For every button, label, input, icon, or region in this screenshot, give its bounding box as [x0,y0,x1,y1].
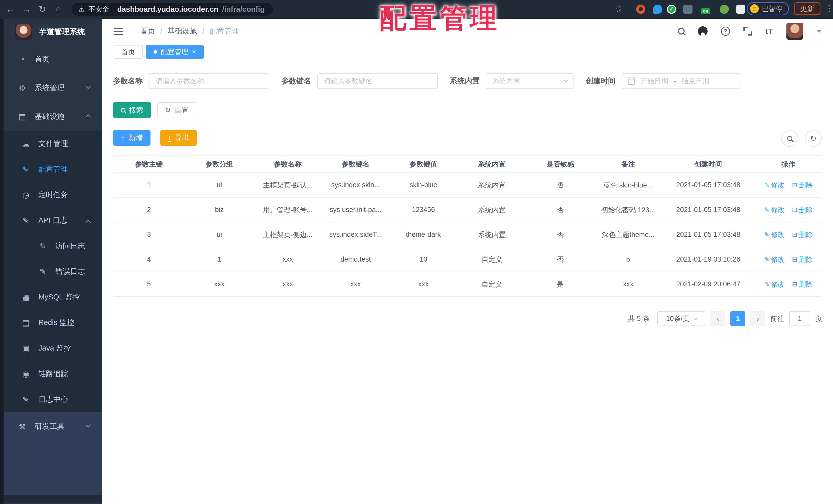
help-icon[interactable]: ? [721,27,730,36]
on-badge: on [701,8,710,14]
builtin-select[interactable]: 系统内置 [486,73,573,89]
col-header: 创建时间 [662,156,755,173]
refresh-table-button[interactable]: ↻ [805,130,822,147]
goto-page-input[interactable] [789,311,810,326]
table-cell: ui [185,173,254,197]
param-name-input[interactable] [149,73,269,89]
delete-link[interactable]: ⊟删除 [792,280,813,289]
sidebar-item-log-center[interactable]: ✎ 日志中心 [0,387,102,412]
sidebar-item-mysql[interactable]: ▦ MySQL 监控 [0,284,102,310]
sidebar-item-files[interactable]: ☁ 文件管理 [0,131,102,156]
sidebar-item-java[interactable]: ▣ Java 监控 [0,335,102,361]
table-cell-actions: ✎修改⊟删除 [755,247,822,272]
browser-back-icon[interactable]: ← [6,3,15,15]
extension-sprout-icon[interactable] [720,5,729,14]
sidebar-item-access-log[interactable]: ✎ 访问日志 [0,233,102,259]
browser-forward-icon[interactable]: → [22,3,31,15]
search-icon[interactable] [678,28,685,34]
next-page-button[interactable]: › [750,311,765,326]
app-logo-row[interactable]: 芋道管理系统 [0,19,102,45]
table-cell: 自定义 [457,247,526,272]
browser-reload-icon[interactable]: ↻ [39,3,46,15]
address-bar[interactable]: ⚠ 不安全 dashboard.yudao.iocoder.cn /infra/… [72,3,273,16]
table-cell: 2021-02-09 20:06:47 [662,272,755,297]
browser-update-button[interactable]: 更新 [794,2,820,15]
filter-key-label: 参数键名 [282,76,311,86]
param-key-input[interactable] [317,73,437,89]
eye-icon: ◉ [21,369,31,379]
export-button[interactable]: ↓ 导出 [160,130,197,146]
browser-menu-icon[interactable]: ⋮ [825,3,833,14]
tab-home[interactable]: 首页 [114,45,143,59]
sidebar-item-config[interactable]: ✎ 配置管理 [0,156,102,182]
sidebar-item-system[interactable]: ⚙ 系统管理 [0,74,102,102]
edit-link[interactable]: ✎修改 [764,280,785,289]
sidebar-item-devtools[interactable]: ⚒ 研发工具 [0,412,102,441]
col-header: 操作 [755,156,822,173]
security-label[interactable]: 不安全 [88,5,109,14]
breadcrumb-section[interactable]: 基础设施 [167,26,197,36]
table-row: 41xxxdemo.test10自定义否52021-01-19 03:10:26… [113,247,822,272]
extension-on-badge-icon[interactable]: on [701,4,712,14]
sidebar-item-infra[interactable]: ▤ 基础设施 [0,102,102,131]
sidebar-item-home[interactable]: ◔ 首页 [0,45,102,74]
paused-chip[interactable]: ☺ 已暂停 [747,2,789,15]
close-icon[interactable]: × [192,48,196,55]
browser-home-icon[interactable]: ⌂ [55,3,61,15]
hamburger-icon[interactable] [114,28,123,35]
delete-link[interactable]: ⊟删除 [792,255,813,264]
font-size-icon[interactable]: tT [765,27,773,35]
breadcrumb-home[interactable]: 首页 [140,26,155,36]
sidebar-item-redis[interactable]: ▤ Redis 监控 [0,310,102,335]
sidebar-item-trace[interactable]: ◉ 链路追踪 [0,361,102,387]
extension-icon[interactable] [636,5,645,14]
breadcrumb-current: 配置管理 [209,26,239,36]
table-tool-circles: ↻ [781,130,822,147]
delete-link[interactable]: ⊟删除 [792,205,813,215]
mysql-monitor-icon: ▦ [21,293,31,302]
date-range-picker[interactable]: 开始日期 - 结束日期 [622,73,740,89]
url-divider [113,6,113,13]
sidebar-item-api-log[interactable]: ✎ API 日志 [0,208,102,233]
sidebar-item-label: 访问日志 [55,241,85,251]
delete-link[interactable]: ⊟删除 [792,230,813,240]
edit-link[interactable]: ✎修改 [764,255,785,264]
bookmark-star-icon[interactable]: ☆ [615,4,623,14]
edit-link[interactable]: ✎修改 [764,205,785,215]
page-size-select[interactable]: 10条/页 [657,311,705,326]
page-content: 参数名称 参数键名 系统内置 系统内置 创建时间 开始日期 - 结束日期 [102,73,833,326]
toggle-search-button[interactable] [781,130,798,147]
tab-config-active[interactable]: 配置管理 × [146,45,204,59]
screen: ← → ↻ ⌂ ⚠ 不安全 dashboard.yudao.iocoder.cn… [0,0,833,504]
extension-icon[interactable] [683,5,692,14]
url-host[interactable]: dashboard.yudao.iocoder.cn [117,5,218,14]
table-cell: sys.user.init-pa... [322,197,389,222]
edit-link-icon: ✎ [764,206,769,213]
prev-page-button[interactable]: ‹ [710,311,725,326]
table-cell: xxx [389,272,457,297]
extension-check-icon[interactable]: ✓ [667,5,676,14]
sidebar-item-error-log[interactable]: ✎ 错误日志 [0,259,102,284]
current-page-button[interactable]: 1 [730,311,745,326]
user-menu-caret-icon[interactable] [817,30,822,33]
extension-pin-icon[interactable] [653,5,662,14]
edit-link[interactable]: ✎修改 [764,180,785,190]
sidebar-item-label: API 日志 [39,215,67,226]
edit-link[interactable]: ✎修改 [764,230,785,240]
delete-link[interactable]: ⊟删除 [792,180,813,190]
redis-monitor-icon: ▤ [21,318,31,328]
cloud-icon: ☁ [21,139,31,149]
table-cell: 否 [526,197,594,222]
sidebar-item-label: 日志中心 [39,394,68,405]
github-icon[interactable] [698,26,708,36]
table-cell: 深色主题theme... [594,222,662,247]
refresh-icon: ↻ [165,107,171,114]
sidebar-item-jobs[interactable]: ◷ 定时任务 [0,182,102,208]
extensions-puzzle-icon[interactable] [736,5,745,14]
add-button[interactable]: + 新增 [113,130,150,146]
reset-button[interactable]: ↻ 重置 [157,102,196,118]
avatar[interactable] [786,23,803,40]
url-path[interactable]: /infra/config [222,5,265,14]
search-button[interactable]: 搜索 [113,102,151,118]
fullscreen-icon[interactable] [743,27,752,35]
